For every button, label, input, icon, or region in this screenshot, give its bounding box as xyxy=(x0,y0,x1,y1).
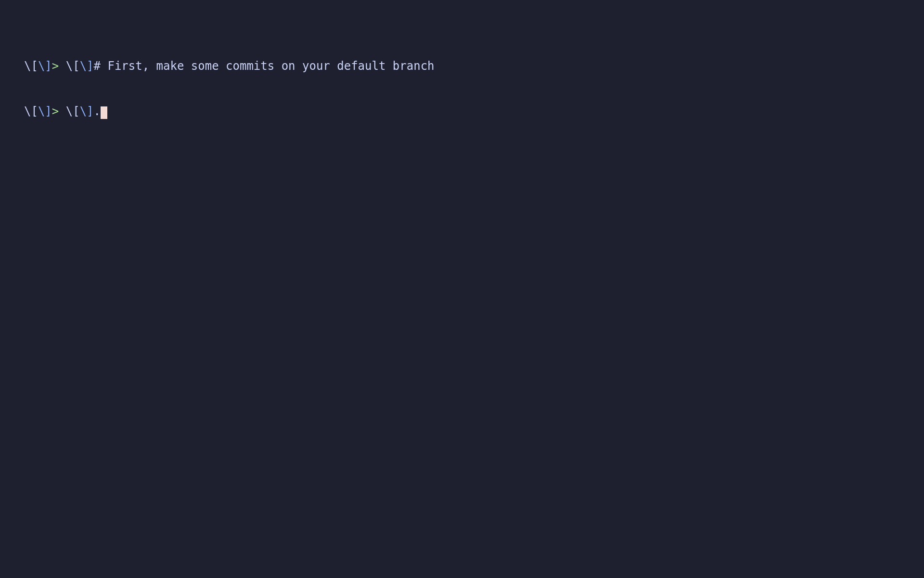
terminal-line: \[\]> \[\]. xyxy=(24,104,900,119)
prompt-bracket: \] xyxy=(38,59,52,73)
prompt-bracket: \[ xyxy=(24,105,38,118)
prompt-bracket: \[ xyxy=(66,105,80,118)
prompt-bracket: \[ xyxy=(66,59,80,73)
prompt-arrow: > xyxy=(52,59,66,73)
terminal-window[interactable]: \[\]> \[\]# First, make some commits on … xyxy=(24,29,900,134)
prompt-arrow: > xyxy=(52,105,66,118)
prompt-bracket: \[ xyxy=(24,59,38,73)
command-input[interactable]: . xyxy=(94,105,101,118)
prompt-bracket: \] xyxy=(80,59,94,73)
prompt-bracket: \] xyxy=(38,105,52,118)
cursor-icon xyxy=(101,106,107,119)
prompt-bracket: \] xyxy=(80,105,94,118)
terminal-line: \[\]> \[\]# First, make some commits on … xyxy=(24,59,900,74)
command-text: # First, make some commits on your defau… xyxy=(94,59,435,73)
